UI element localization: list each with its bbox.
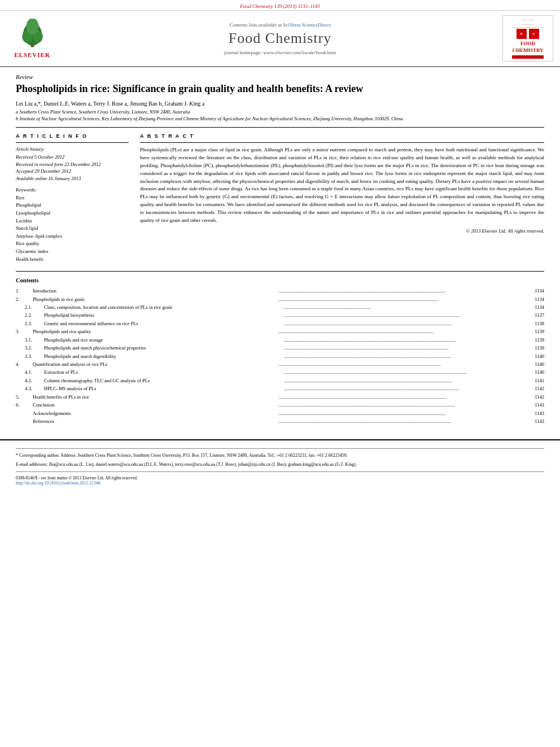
toc-page-2-2: 1137 <box>524 311 544 319</box>
page: Food Chemistry 139 (2013) 1133–1145 ELSE… <box>0 0 560 747</box>
toc-label-1: Introduction <box>33 287 278 295</box>
toc-dots-5: ........................................… <box>278 393 525 401</box>
authors-line: Lei Liu a,*, Daniel L.E. Waters a, Terry… <box>16 101 544 107</box>
food-chemistry-logo-box: ───── ───── F C FOOD CHEMISTRY <box>502 15 553 62</box>
toc-item-5: 5. Health benefits of PLs in rice ......… <box>16 393 544 401</box>
elsevier-logo: ELSEVIER <box>7 15 58 62</box>
corresponding-author-text: * Corresponding author. Address: Souther… <box>16 453 348 458</box>
toc-item-ack: Acknowledgements .......................… <box>16 409 544 417</box>
elsevier-wordmark: ELSEVIER <box>14 51 50 58</box>
toc-page-4-1: 1140 <box>524 368 544 376</box>
toc-num-2: 2. <box>16 295 33 303</box>
toc-page-3-1: 1139 <box>524 336 544 344</box>
toc-page-2-1: 1134 <box>524 303 544 311</box>
keyword-8: Health benefit <box>16 256 129 264</box>
keywords-title: Keywords: <box>16 187 129 193</box>
toc-num-4: 4. <box>16 360 33 368</box>
toc-item-3-3: 3.3. Phospholipids and starch digestibil… <box>16 352 544 360</box>
toc-page-6: 1143 <box>524 401 544 409</box>
toc-item-2: 2. Phospholipids in rice grain .........… <box>16 295 544 303</box>
toc-label-3-3: Phospholipids and starch digestibility <box>44 352 283 360</box>
toc-page-ack: 1143 <box>524 409 544 417</box>
affiliation-a: a Southern Cross Plant Science, Southern… <box>16 109 544 115</box>
toc-label-2-2: Phospholipid biosynthesis <box>44 311 283 319</box>
toc-page-1: 1134 <box>524 287 544 295</box>
toc-dots-4: ........................................… <box>278 360 525 368</box>
doi-link[interactable]: http://dx.doi.org/10.1016/j.foodchem.201… <box>16 480 544 486</box>
footer-divider <box>16 448 544 449</box>
toc-item-4: 4. Quantification and analysis of rice P… <box>16 360 544 368</box>
toc-item-1: 1. Introduction ........................… <box>16 287 544 295</box>
toc-num-5: 5. <box>16 393 33 401</box>
toc-page-2: 1134 <box>524 295 544 303</box>
toc-sub-num-2-2: 2.2. <box>16 311 44 319</box>
toc-item-4-3: 4.3. HPLC–MS analysis of PLs ...........… <box>16 385 544 392</box>
toc-dots-4-2: ........................................… <box>283 377 525 385</box>
toc-label-5: Health benefits of PLs in rice <box>33 393 278 401</box>
toc-item-6: 6. Conclusion ..........................… <box>16 401 544 409</box>
toc-label-3-1: Phospholipids and rice storage <box>44 336 283 344</box>
affiliation-b: b Institute of Nuclear Agricultural Scie… <box>16 116 544 121</box>
toc-label-4-1: Extraction of PLs <box>44 368 283 376</box>
toc-page-4-3: 1142 <box>524 385 544 392</box>
journal-title: Food Chemistry <box>229 30 331 47</box>
toc-label-2-3: Genetic and environmental influence on r… <box>44 320 283 327</box>
email-addresses: lliu@scu.edu.au (L. Liu), daniel.waters@… <box>49 462 357 467</box>
toc-item-ref: References .............................… <box>16 417 544 425</box>
toc-num-3: 3. <box>16 327 33 335</box>
toc-label-4-2: Column chromatography, TLC and GC analys… <box>44 377 283 385</box>
toc-label-2-1: Class, composition, location and concent… <box>44 303 283 311</box>
homepage-text: journal homepage: www.elsevier.com/locat… <box>224 50 336 55</box>
fc-logo-text: FOOD CHEMISTRY <box>512 41 543 54</box>
sciverse-text: Contents lists available at <box>230 22 282 28</box>
journal-citation-bar: Food Chemistry 139 (2013) 1133–1145 <box>0 0 560 11</box>
contents-section: Contents 1. Introduction ...............… <box>16 271 544 425</box>
fc-logo-top-text: ───── ───── <box>512 18 543 28</box>
toc-label-4-3: HPLC–MS analysis of PLs <box>44 385 283 392</box>
keywords-section: Keywords: Rice Phospholipid Lysophosphol… <box>16 187 129 263</box>
keyword-1: Phospholipid <box>16 202 129 209</box>
article-info-heading: A R T I C L E I N F O <box>16 133 129 139</box>
toc-dots-1: ........................................… <box>278 287 525 295</box>
fc-logo-bar <box>512 55 543 59</box>
toc-page-4: 1140 <box>524 360 544 368</box>
toc-label-4: Quantification and analysis of rice PLs <box>33 360 278 368</box>
keyword-7: Glycaemic index <box>16 248 129 256</box>
divider-1 <box>16 127 544 128</box>
toc-dots-2-1: ........................................… <box>283 303 525 311</box>
toc-page-2-3: 1138 <box>524 320 544 327</box>
toc-dots-6: ........................................… <box>278 401 525 409</box>
toc-sub-num-2-3: 2.3. <box>16 320 44 327</box>
toc-dots-4-1: ........................................… <box>283 368 525 376</box>
toc-sub-num-4-3: 4.3. <box>16 385 44 392</box>
toc-page-3-2: 1139 <box>524 344 544 352</box>
history-revised: Received in revised form 22 December 201… <box>16 161 129 168</box>
toc-dots-3: ........................................… <box>278 327 525 335</box>
history-accepted: Accepted 29 December 2012 <box>16 168 129 175</box>
contents-title: Contents <box>16 277 544 283</box>
keyword-6: Rice quality <box>16 240 129 248</box>
footer-section: * Corresponding author. Address: Souther… <box>0 439 560 486</box>
toc-item-2-3: 2.3. Genetic and environmental influence… <box>16 320 544 327</box>
fc-logo-inner: ───── ───── F C FOOD CHEMISTRY <box>512 18 543 59</box>
toc-label-3: Phospholipids and rice quality <box>33 327 278 335</box>
sciverse-link[interactable]: SciVerse ScienceDirect <box>283 22 330 28</box>
article-info-col: A R T I C L E I N F O Article history: R… <box>16 133 129 263</box>
elsevier-tree-icon <box>17 19 48 50</box>
toc-page-3-3: 1140 <box>524 352 544 360</box>
footer-divider-2 <box>16 471 544 472</box>
toc-dots-2-2: ........................................… <box>283 311 525 319</box>
toc-num-6: 6. <box>16 401 33 409</box>
toc-dots-3-2: ........................................… <box>283 344 525 352</box>
toc-dots-2: ........................................… <box>278 295 525 303</box>
abstract-heading: A B S T R A C T <box>140 133 544 139</box>
toc-sub-num-2-1: 2.1. <box>16 303 44 311</box>
keyword-5: Amylose–lipid complex <box>16 233 129 241</box>
homepage-line: journal homepage: www.elsevier.com/locat… <box>224 49 336 55</box>
toc-sub-num-3-3: 3.3. <box>16 352 44 360</box>
history-title: Article history: <box>16 146 129 152</box>
svg-point-4 <box>26 19 38 34</box>
keyword-0: Rice <box>16 194 129 202</box>
toc-page-3: 1139 <box>524 327 544 335</box>
toc-label-2: Phospholipids in rice grain <box>33 295 278 303</box>
